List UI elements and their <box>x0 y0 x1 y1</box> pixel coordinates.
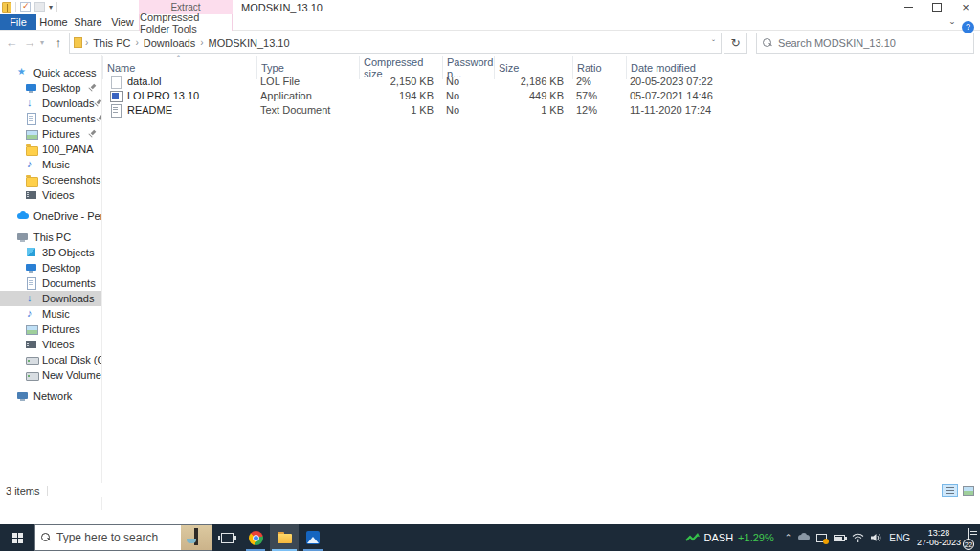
action-center-button[interactable]: 22 <box>968 529 969 546</box>
column-header-date-modified[interactable]: Date modified <box>626 56 836 79</box>
date: 27-06-2023 <box>917 538 961 547</box>
refresh-icon[interactable] <box>724 33 747 54</box>
news-interests-stock-widget[interactable]: DASH +1.29% <box>681 532 778 543</box>
table-row[interactable]: README Text Document 1 KB No 1 KB 12% 11… <box>102 102 980 117</box>
column-header-type[interactable]: Type <box>256 56 359 79</box>
sidebar-item-documents[interactable]: Documents <box>0 111 101 126</box>
application-icon <box>110 90 122 101</box>
wifi-icon[interactable] <box>852 533 864 542</box>
breadcrumb-downloads[interactable]: Downloads <box>142 37 197 49</box>
sidebar-item-pictures[interactable]: Pictures <box>0 126 101 142</box>
help-icon[interactable] <box>962 21 974 33</box>
onedrive-tray-icon[interactable] <box>798 532 810 543</box>
sidebar-item-network[interactable]: Network <box>0 388 101 404</box>
sidebar-item-documents-pc[interactable]: Documents <box>0 276 101 291</box>
language-indicator[interactable]: ENG <box>889 533 910 543</box>
search-icon <box>763 38 772 48</box>
sidebar-item-onedrive[interactable]: OneDrive - Personal <box>0 209 101 224</box>
column-header-ratio[interactable]: Ratio <box>572 56 626 79</box>
table-row[interactable]: LOLPRO 13.10 Application 194 KB No 449 K… <box>102 88 980 102</box>
window-controls <box>894 0 980 14</box>
sidebar-item-quick-access[interactable]: Quick access <box>0 65 101 80</box>
sidebar-item-3d-objects[interactable]: 3D Objects <box>0 245 101 260</box>
windows-logo-icon <box>12 533 23 543</box>
search-highlight-image <box>181 525 212 550</box>
tab-file[interactable]: File <box>0 14 36 30</box>
breadcrumb-this-pc[interactable]: This PC <box>91 37 132 49</box>
forward-icon[interactable]: → <box>22 35 37 50</box>
video-icon <box>26 189 37 201</box>
column-header-compressed-size[interactable]: Compressed size <box>359 56 442 79</box>
picture-icon <box>26 323 37 335</box>
tab-compressed-folder-tools[interactable]: Compressed Folder Tools <box>139 14 233 31</box>
window-title: MODSKIN_13.10 <box>241 0 323 14</box>
search-icon <box>41 533 51 542</box>
start-button[interactable] <box>0 524 34 551</box>
notification-count-badge: 22 <box>963 539 974 550</box>
sidebar-item-downloads[interactable]: Downloads <box>0 96 101 111</box>
file-list-pane: ˆ Name Type Compressed size Password p..… <box>102 55 980 510</box>
large-icons-view-button[interactable] <box>960 484 976 497</box>
sidebar-item-this-pc[interactable]: This PC <box>0 230 101 245</box>
details-view-button[interactable] <box>942 484 958 497</box>
sidebar-item-new-volume-d[interactable]: New Volume (D:) <box>0 367 101 383</box>
sidebar-item-downloads-pc[interactable]: Downloads <box>0 291 101 306</box>
breadcrumb-current-folder[interactable]: MODSKIN_13.10 <box>207 37 292 49</box>
chrome-taskbar-button[interactable] <box>241 524 270 551</box>
volume-icon[interactable] <box>871 533 882 542</box>
column-header-size[interactable]: Size <box>494 56 572 79</box>
close-button[interactable] <box>951 0 980 14</box>
music-note-icon <box>26 159 37 170</box>
task-view-button[interactable] <box>212 524 241 551</box>
sidebar-item-music-pc[interactable]: Music <box>0 306 101 321</box>
sidebar-item-desktop[interactable]: Desktop <box>0 80 101 96</box>
sidebar-item-screenshots[interactable]: Screenshots <box>0 172 101 187</box>
tab-share[interactable]: Share <box>71 14 105 30</box>
computer-icon <box>17 231 29 243</box>
sidebar-item-music[interactable]: Music <box>0 157 101 172</box>
address-dropdown-icon[interactable]: ˇ <box>712 38 717 48</box>
battery-icon[interactable] <box>834 535 845 541</box>
monitor-icon <box>26 82 37 94</box>
divider <box>15 2 16 12</box>
document-icon <box>26 113 37 124</box>
file-explorer-taskbar-button[interactable] <box>270 524 299 551</box>
clock[interactable]: 13:28 27-06-2023 <box>917 528 961 547</box>
recent-locations-icon[interactable]: ▾ <box>40 38 48 47</box>
taskbar: DASH +1.29% ⌃ ENG 13:28 27-06-2023 22 <box>0 524 980 551</box>
chevron-down-icon[interactable]: ▾ <box>49 3 53 11</box>
cloud-icon <box>17 210 29 222</box>
new-folder-icon[interactable] <box>34 2 45 12</box>
sidebar-item-videos-pc[interactable]: Videos <box>0 337 101 352</box>
trending-up-icon <box>685 533 700 543</box>
sidebar-item-local-disk-c[interactable]: Local Disk (C:) <box>0 352 101 367</box>
sidebar-item-videos[interactable]: Videos <box>0 187 101 203</box>
photos-taskbar-button[interactable] <box>299 524 327 551</box>
video-icon <box>26 339 37 350</box>
minimize-button[interactable] <box>894 0 923 14</box>
up-icon[interactable]: ↑ <box>51 35 66 50</box>
explorer-search-box[interactable] <box>756 33 974 54</box>
column-headers: ˆ Name Type Compressed size Password p..… <box>102 56 980 74</box>
maximize-button[interactable] <box>923 0 951 14</box>
column-header-password[interactable]: Password p... <box>442 56 494 79</box>
properties-icon[interactable] <box>20 2 31 12</box>
sidebar-item-desktop-pc[interactable]: Desktop <box>0 260 101 276</box>
time: 13:28 <box>917 528 961 538</box>
hidden-icons-chevron-icon[interactable]: ⌃ <box>785 533 792 542</box>
drive-icon <box>26 354 37 365</box>
display-notification-icon[interactable] <box>816 534 827 542</box>
collapse-ribbon-icon[interactable] <box>950 18 954 35</box>
tab-view[interactable]: View <box>105 14 140 30</box>
breadcrumb-separator-icon: › <box>135 37 138 48</box>
tab-home[interactable]: Home <box>36 14 71 30</box>
document-icon <box>26 277 37 289</box>
breadcrumb[interactable]: › This PC › Downloads › MODSKIN_13.10 ˇ <box>69 33 722 54</box>
taskbar-search-box[interactable] <box>34 524 212 551</box>
sidebar-item-100-pana[interactable]: 100_PANA <box>0 142 101 157</box>
pin-icon <box>88 130 97 139</box>
back-icon[interactable]: ← <box>4 35 19 50</box>
search-input[interactable] <box>778 37 968 49</box>
chrome-icon <box>249 531 263 545</box>
sidebar-item-pictures-pc[interactable]: Pictures <box>0 321 101 337</box>
